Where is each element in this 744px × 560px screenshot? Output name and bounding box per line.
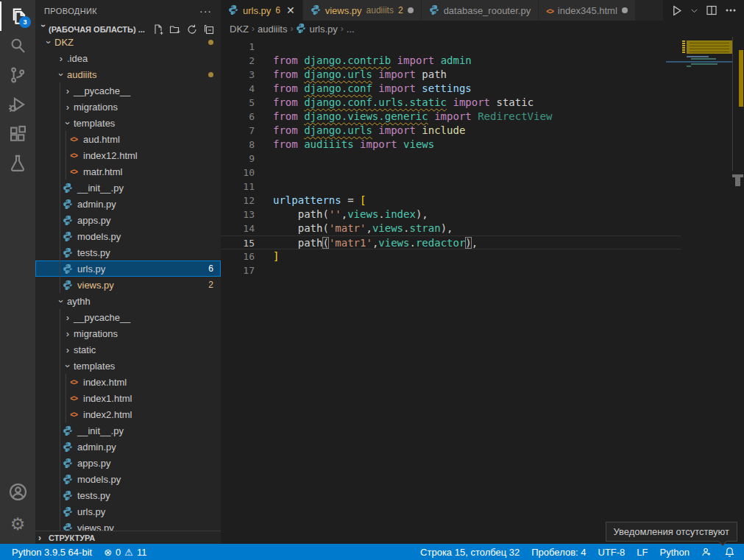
tree-item-tests-py[interactable]: tests.py — [35, 487, 221, 503]
tree-item-index2-html[interactable]: <>index2.html — [35, 406, 221, 422]
chevron-down-icon[interactable]: › — [56, 295, 67, 307]
outline-section-header[interactable]: › СТРУКТУРА — [35, 531, 221, 544]
tree-item-static[interactable]: ›static — [35, 341, 221, 358]
tree-item--pycache-[interactable]: ›__pycache__ — [35, 309, 221, 325]
feedback-item[interactable] — [695, 547, 718, 558]
breadcrumb-separator-icon: › — [252, 24, 255, 34]
refresh-icon[interactable] — [186, 24, 198, 35]
tree-item-admin-py[interactable]: admin.py — [35, 439, 221, 455]
tab-problems-badge: 2 — [398, 5, 403, 15]
python-icon — [296, 23, 306, 35]
ellipsis-icon[interactable] — [725, 4, 737, 16]
close-icon[interactable]: ✕ — [286, 4, 295, 16]
tree-item-urls-py[interactable]: urls.py — [35, 503, 221, 520]
tree-item-label: matr.html — [83, 166, 122, 177]
code-editor[interactable]: 12from django.contrib import admin3from … — [221, 37, 744, 544]
tree-item-tests-py[interactable]: tests.py — [35, 244, 221, 260]
tree-item-index1-html[interactable]: <>index1.html — [35, 390, 221, 406]
eol-item[interactable]: LF — [631, 547, 653, 558]
cursor-position-item[interactable]: Строка 15, столбец 32 — [414, 547, 525, 558]
chevron-right-icon[interactable]: › — [62, 312, 74, 323]
python-icon — [228, 4, 238, 17]
chevron-right-icon[interactable]: › — [62, 85, 74, 96]
tree-item-models-py[interactable]: models.py — [35, 471, 221, 487]
tree-item--idea[interactable]: ›.idea — [35, 50, 221, 66]
tab-urls-py[interactable]: urls.py6✕ — [221, 0, 303, 21]
tree-item-index12-html[interactable]: <>index12.html — [35, 147, 221, 163]
sidebar-more-actions[interactable]: ··· — [199, 5, 212, 17]
scrollbar-slider[interactable] — [735, 177, 740, 186]
chevron-down-icon[interactable]: › — [56, 68, 67, 80]
new-file-icon[interactable] — [152, 24, 164, 35]
tree-item-aythh[interactable]: ›aythh — [35, 293, 221, 309]
tree-item-models-py[interactable]: models.py — [35, 228, 221, 244]
tree-item-admin-py[interactable]: admin.py — [35, 196, 221, 212]
tree-item-matr-html[interactable]: <>matr.html — [35, 163, 221, 180]
encoding-item[interactable]: UTF-8 — [592, 547, 631, 558]
activity-testing[interactable] — [0, 149, 35, 178]
tree-item-dkz[interactable]: ›DKZ — [35, 38, 221, 50]
activity-extensions[interactable] — [0, 119, 35, 149]
breadcrumb-item-dkz[interactable]: DKZ — [230, 24, 249, 35]
tree-item-views-py[interactable]: views.py2 — [35, 277, 221, 293]
chevron-down-icon[interactable]: › — [63, 360, 74, 372]
tree-item-apps-py[interactable]: apps.py — [35, 212, 221, 228]
line-number: 13 — [221, 208, 255, 221]
tree-item-label: __init__.py — [77, 425, 124, 436]
gear-icon: ⚙ — [10, 516, 26, 533]
collapse-all-icon[interactable] — [203, 24, 215, 35]
chevron-down-icon[interactable]: › — [43, 38, 54, 48]
breadcrumb-item--[interactable]: ... — [347, 24, 355, 35]
chevron-right-icon[interactable]: › — [55, 53, 67, 64]
notifications-item[interactable] — [718, 547, 741, 558]
tree-item-urls-py[interactable]: urls.py6 — [35, 260, 221, 277]
chevron-right-icon[interactable]: › — [62, 328, 74, 339]
dirty-dot-icon — [622, 7, 628, 13]
activity-accounts[interactable] — [0, 477, 35, 506]
run-icon[interactable] — [670, 4, 683, 17]
problems-badge: 2 — [208, 280, 213, 290]
tree-item--init-py[interactable]: __init__.py — [35, 180, 221, 196]
chevron-down-icon[interactable] — [690, 7, 698, 15]
tree-item-templates[interactable]: ›templates — [35, 358, 221, 374]
tree-item--init-py[interactable]: __init__.py — [35, 422, 221, 439]
breadcrumb-item-urls-py[interactable]: urls.py — [296, 23, 337, 35]
tree-item--pycache-[interactable]: ›__pycache__ — [35, 82, 221, 99]
new-folder-icon[interactable] — [169, 24, 181, 35]
tree-item-migrations[interactable]: ›migrations — [35, 325, 221, 341]
overview-ruler[interactable] — [732, 37, 744, 544]
tree-item-migrations[interactable]: ›migrations — [35, 99, 221, 115]
problems-item[interactable]: ⊗ 0 ⚠ 11 — [98, 547, 152, 558]
tab-views-py[interactable]: views.pyaudiiits2 — [303, 0, 422, 21]
problems-badge: 6 — [208, 263, 213, 274]
activity-explorer[interactable]: 3 — [0, 1, 35, 31]
tree-item-apps-py[interactable]: apps.py — [35, 455, 221, 471]
tree-item-index-html[interactable]: <>index.html — [35, 374, 221, 390]
python-interpreter-item[interactable]: Python 3.9.5 64-bit — [6, 547, 98, 558]
indentation-item[interactable]: Пробелов: 4 — [525, 547, 592, 558]
tree-item-label: apps.py — [77, 458, 111, 469]
language-mode-item[interactable]: Python — [654, 547, 695, 558]
tab-index345-html[interactable]: <>index345.html — [539, 0, 636, 21]
split-editor-icon[interactable] — [706, 4, 718, 16]
tree-item-aud-html[interactable]: <>aud.html — [35, 131, 221, 147]
activity-run-debug[interactable] — [0, 90, 35, 119]
activity-settings[interactable]: ⚙ — [0, 509, 35, 539]
tab-database-roouter-py[interactable]: database_roouter.py — [422, 0, 539, 21]
chevron-right-icon[interactable]: › — [62, 102, 74, 113]
extensions-icon — [8, 124, 27, 143]
minimap[interactable] — [666, 37, 732, 544]
code-line-15[interactable]: 15 path('matr1',views.redactor), — [221, 235, 681, 249]
tree-item-views-py[interactable]: views.py — [35, 520, 221, 531]
activity-search[interactable] — [0, 31, 35, 60]
tree-item-label: audiiits — [67, 69, 96, 80]
breadcrumb-item-audiiits[interactable]: audiiits — [258, 24, 287, 35]
tree-item-audiiits[interactable]: ›audiiits — [35, 66, 221, 82]
line-number: 1 — [221, 40, 255, 54]
chevron-down-icon[interactable]: › — [63, 117, 74, 129]
chevron-right-icon[interactable]: › — [62, 344, 74, 355]
activity-source-control[interactable] — [0, 60, 35, 90]
html-icon: <> — [546, 5, 553, 16]
tree-item-templates[interactable]: ›templates — [35, 115, 221, 131]
workspace-section-header[interactable]: › (РАБОЧАЯ ОБЛАСТЬ) ... — [35, 22, 221, 37]
